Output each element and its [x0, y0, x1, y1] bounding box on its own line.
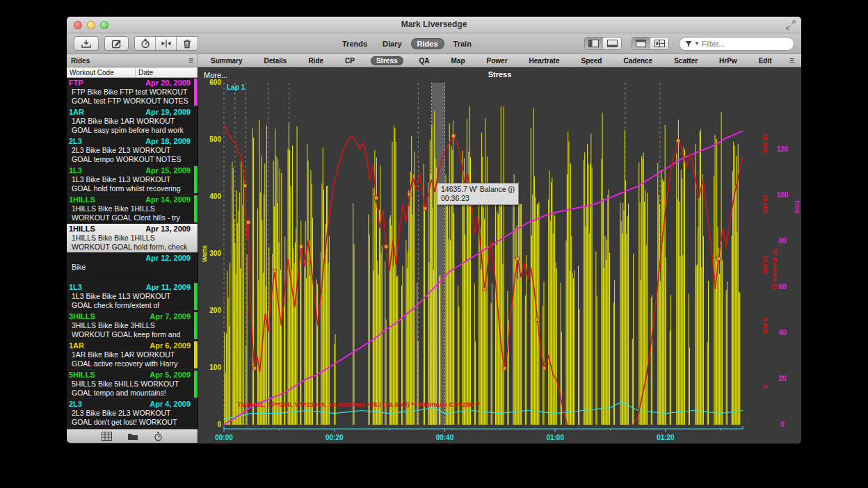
svg-text:15,000: 15,000 [762, 195, 769, 214]
tab-qa[interactable]: QA [414, 56, 435, 65]
svg-text:600: 600 [209, 79, 221, 86]
ride-color-bar [194, 341, 198, 368]
ride-code: 1L3 [69, 166, 82, 175]
app-window: Mark Liversedge [67, 17, 801, 444]
tab-details[interactable]: Details [259, 56, 293, 65]
header-strip: Rides ≡ SummaryDetailsRideCPStressQAMapP… [67, 54, 801, 67]
ride-date: Apr 6, 2009 [150, 341, 192, 350]
ride-row[interactable]: 1HILLSApr 14, 20091HILLS Bike Bike 1HILL… [67, 195, 198, 224]
ride-color-bar [194, 79, 198, 106]
ride-code: 2L3 [69, 137, 82, 146]
scope-tab-rides[interactable]: Rides [411, 38, 444, 49]
ride-row[interactable]: 2L3Apr 4, 20092L3 Bike Bike 2L3 WORKOUT … [67, 399, 198, 428]
ride-color-bar [194, 195, 198, 222]
svg-text:200: 200 [209, 307, 221, 314]
rides-sidebar: Workout Code Date FTPApr 20, 2009FTP Bik… [67, 67, 198, 443]
chart-menu-icon[interactable]: ≡ [789, 56, 794, 65]
ride-row[interactable]: 2L3Apr 18, 20092L3 Bike Bike 2L3 WORKOUT… [67, 136, 198, 165]
ride-row[interactable]: 1L3Apr 11, 20091L3 Bike Bike 1L3 WORKOUT… [67, 282, 198, 311]
ride-description: 2L3 Bike Bike 2L3 WORKOUT GOAL don't get… [69, 409, 188, 427]
toggle-sidebar-button[interactable] [585, 38, 603, 49]
svg-text:Lap 1: Lap 1 [227, 83, 246, 91]
filter-funnel-icon [685, 40, 692, 47]
minimize-button[interactable] [87, 21, 95, 29]
ride-row[interactable]: 1L3Apr 15, 20091L3 Bike Bike 1L3 WORKOUT… [67, 165, 198, 195]
table-icon[interactable] [102, 432, 112, 441]
svg-text:Watts: Watts [201, 245, 208, 262]
layout-toggle-group [632, 37, 669, 50]
scope-tab-trends[interactable]: Trends [336, 38, 373, 49]
tab-ride[interactable]: Ride [303, 56, 329, 65]
tab-heartrate[interactable]: Heartrate [524, 56, 565, 65]
filter-menu-caret-icon[interactable]: ▼ [694, 40, 700, 47]
ride-row[interactable]: FTPApr 20, 2009FTP Bike Bike FTP test WO… [67, 78, 198, 107]
svg-text:20: 20 [778, 375, 787, 382]
ride-row[interactable]: 1ARApr 6, 20091AR Bike Bike 1AR WORKOUT … [67, 341, 198, 370]
close-button[interactable] [74, 21, 82, 29]
tab-cp[interactable]: CP [339, 56, 360, 65]
ride-description: 1AR Bike Bike 1AR WORKOUT GOAL active re… [69, 350, 188, 368]
tab-edit[interactable]: Edit [753, 56, 778, 65]
ride-row[interactable]: 1HILLSApr 13, 20091HILLS Bike Bike 1HILL… [67, 224, 198, 253]
tab-stress[interactable]: Stress [371, 56, 403, 65]
tab-hrpw[interactable]: HrPw [714, 56, 743, 65]
ride-description: 1HILLS Bike Bike 1HILLS WORKOUT GOAL hol… [69, 234, 188, 252]
tab-speed[interactable]: Speed [575, 56, 607, 65]
ride-description: 1AR Bike Bike 1AR WORKOUT GOAL easy spim… [69, 117, 188, 135]
svg-text:01:00: 01:00 [546, 434, 564, 441]
tab-summary[interactable]: Summary [205, 56, 248, 65]
ride-description: 2L3 Bike Bike 2L3 WORKOUT GOAL tempo WOR… [69, 146, 188, 164]
fullscreen-icon[interactable] [786, 20, 796, 30]
download-button[interactable] [74, 36, 99, 51]
svg-text:400: 400 [209, 193, 221, 200]
tab-scatter[interactable]: Scatter [668, 56, 703, 65]
svg-text:0: 0 [780, 421, 785, 428]
filter-field[interactable]: ▼ [679, 37, 794, 51]
sidebar-header: Rides ≡ [67, 54, 198, 67]
ride-date: Apr 4, 2009 [150, 400, 192, 409]
tiled-view-button[interactable] [650, 38, 668, 49]
folder-icon[interactable] [127, 432, 138, 441]
zoom-button[interactable] [100, 21, 108, 29]
tab-map[interactable]: Map [446, 56, 471, 65]
chart-pane: 0100200300400500600Watts00:0000:2000:400… [198, 67, 801, 443]
main-toolbar: TrendsDiaryRidesTrain [67, 33, 801, 54]
tab-power[interactable]: Power [481, 56, 513, 65]
sidebar-menu-icon[interactable]: ≡ [188, 57, 193, 64]
ride-code: 1L3 [69, 283, 82, 292]
stress-chart-canvas[interactable]: 0100200300400500600Watts00:0000:2000:400… [198, 67, 801, 443]
scope-tab-train[interactable]: Train [447, 38, 478, 49]
toggle-bottombar-button[interactable] [603, 38, 621, 49]
split-button[interactable] [156, 37, 177, 50]
ride-code: 1AR [69, 108, 84, 117]
delete-button[interactable] [177, 37, 198, 50]
svg-text:W' Balance (j): W' Balance (j) [771, 249, 778, 290]
column-workout-code[interactable]: Workout Code [67, 69, 136, 76]
sidebar-toggle-group [584, 37, 622, 50]
ride-list-column-header[interactable]: Workout Code Date [67, 67, 198, 78]
window-title: Mark Liversedge [67, 17, 801, 33]
title-bar: Mark Liversedge [67, 17, 801, 33]
ride-date: Apr 7, 2009 [150, 312, 192, 321]
tab-cadence[interactable]: Cadence [618, 56, 658, 65]
svg-text:40: 40 [778, 329, 787, 336]
compose-icon [111, 39, 122, 49]
bottom-panel-icon [607, 40, 618, 47]
column-date[interactable]: Date [136, 69, 153, 76]
ride-description: 5HILLS Bike 5HILLS WORKOUT GOAL tempo an… [69, 380, 188, 398]
ride-row[interactable]: 3HILLSApr 7, 20093HILLS Bike Bike 3HILLS… [67, 311, 198, 341]
scope-tabs: TrendsDiaryRidesTrain [336, 38, 478, 49]
filter-input[interactable] [702, 40, 771, 48]
svg-text:0: 0 [762, 384, 769, 388]
ride-row[interactable]: 1ARApr 19, 20091AR Bike Bike 1AR WORKOUT… [67, 107, 198, 136]
edit-button[interactable] [104, 36, 129, 51]
ride-row[interactable]: 5HILLSApr 5, 20095HILLS Bike 5HILLS WORK… [67, 370, 198, 399]
single-view-button[interactable] [632, 38, 650, 49]
ride-code: FTP [69, 79, 83, 88]
timer-button[interactable] [135, 37, 156, 50]
svg-text:00:20: 00:20 [326, 434, 344, 441]
stopwatch-icon[interactable] [154, 432, 163, 441]
ride-color-bar [194, 371, 198, 398]
ride-row[interactable]: Apr 12, 2009Bike [67, 253, 198, 282]
scope-tab-diary[interactable]: Diary [376, 38, 408, 49]
